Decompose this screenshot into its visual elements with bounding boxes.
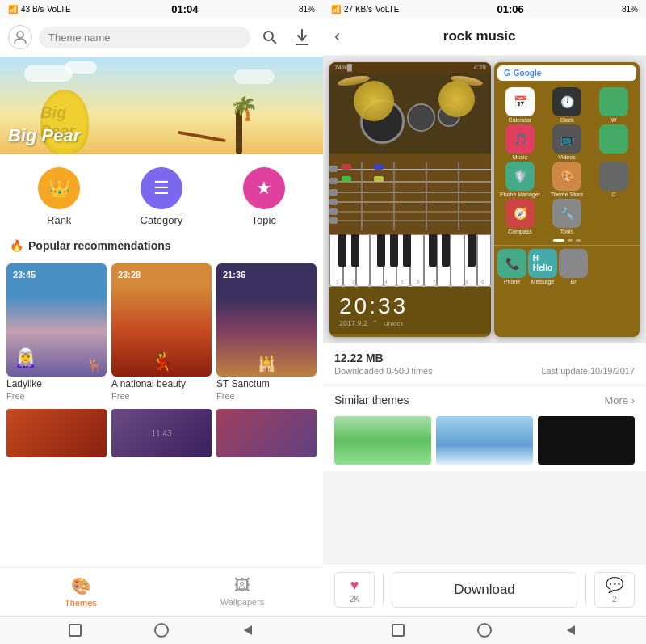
clock-time: 20:33 (339, 293, 481, 319)
right-header: ‹ rock music (323, 18, 646, 56)
divider-2 (585, 574, 586, 606)
nav-themes[interactable]: 🎨 Themes (0, 571, 162, 612)
network-right: VoLTE (375, 5, 399, 14)
like-button[interactable]: ♥ 2K (334, 572, 375, 608)
theme-card-national[interactable]: 23:28 💃 A national beauty Free (111, 263, 212, 401)
dark-thumb-content (538, 416, 635, 465)
right-panel: 📶 27 KB/s VoLTE 01:06 81% ‹ rock music 7… (323, 0, 646, 644)
small-themes-row: 11:43 (0, 406, 323, 461)
category-topic[interactable]: ★ Topic (243, 167, 285, 226)
wallpapers-nav-label: Wallpapers (220, 597, 265, 607)
download-button[interactable]: Download (392, 572, 577, 608)
banner[interactable]: 🌴 Big Pear Big Pear (0, 57, 323, 154)
small-theme-3[interactable] (216, 409, 317, 457)
themes-icon: 🎨 (71, 576, 91, 596)
key-label-3: 3 (362, 280, 378, 284)
nav-wallpapers[interactable]: 🖼 Wallpapers (162, 571, 323, 612)
right-status-left: 📶 27 KB/s VoLTE (331, 5, 399, 14)
square-button-left[interactable] (66, 621, 84, 639)
clock-date: 2017.9.2 (339, 319, 367, 327)
triangle-icon-right (567, 625, 575, 635)
saree-character: 💃 (151, 351, 173, 373)
large-cymbal-1 (354, 81, 394, 121)
svg-line-2 (272, 40, 276, 44)
download-icon-button[interactable] (289, 24, 315, 50)
system-bar-right (323, 616, 646, 644)
small-theme-2[interactable]: 11:43 (111, 409, 212, 457)
time-badge-sanctum: 21:36 (223, 270, 245, 280)
phone-label: Phone (504, 279, 520, 284)
back-button[interactable]: ‹ (334, 26, 340, 47)
app-c-icon (599, 162, 628, 191)
back-button-right[interactable] (562, 621, 580, 639)
left-panel: 📶 43 B/s VoLTE 01:04 81% (0, 0, 323, 644)
clock-label: Clock (560, 117, 574, 123)
app-icons-grid: 📅 Calendar 🕐 Clock W 🎵 Music 📺 Vi (494, 84, 640, 238)
category-rank[interactable]: 👑 Rank (38, 167, 80, 226)
search-input-container[interactable] (39, 27, 250, 48)
preview-secondary: G Google 📅 Calendar 🕐 Clock W 🎵 (494, 62, 640, 337)
compass-icon: 🧭 (505, 199, 535, 228)
guitar-strings-svg (329, 154, 491, 234)
theme-card-ladylike[interactable]: 23:45 🧝‍♀️ 🦌 Ladylike Free (6, 263, 107, 401)
preview-time-small: 4:28 (473, 64, 486, 71)
app-placeholder (591, 124, 636, 160)
download-count: Downloaded 0-500 times (334, 366, 433, 376)
themes-nav-label: Themes (65, 598, 97, 608)
deer-icon: 🦌 (86, 357, 103, 373)
theme-card-sanctum[interactable]: 21:36 🕌 ST Sanctum Free (216, 263, 317, 401)
home-button-right[interactable] (476, 621, 493, 639)
theme-info: 12.22 MB Downloaded 0-500 times Last upd… (323, 343, 646, 384)
categories-row: 👑 Rank ☰ Category ★ Topic (0, 154, 323, 233)
home-button-left[interactable] (153, 621, 170, 639)
search-bar (0, 18, 323, 57)
cloud-3 (234, 69, 275, 84)
preview-main: 74%▓ 4:28 (329, 62, 491, 337)
search-input[interactable] (48, 32, 241, 44)
hello-text: HHello (533, 254, 552, 273)
dock-message: HHello Message (528, 249, 557, 284)
app-c-label: C (611, 192, 615, 197)
white-keys: 1 2 3 4 5 6 7 8 9 0 (329, 234, 491, 287)
similar-label: Similar themes (334, 394, 409, 406)
app-music: 🎵 Music (497, 124, 543, 160)
app-calendar: 📅 Calendar (497, 87, 543, 123)
key-label-4: 4 (378, 280, 394, 284)
svg-point-0 (17, 32, 23, 38)
unlock-text: Unlock (384, 320, 403, 327)
app-empty (591, 199, 636, 234)
battery-right: 81% (622, 5, 638, 14)
svg-rect-21 (342, 176, 351, 182)
sky-thumb-content (436, 416, 533, 465)
search-icon-button[interactable] (257, 24, 283, 50)
clock-app-icon: 🕐 (552, 87, 581, 116)
heart-icon: ♥ (350, 577, 359, 594)
speed-right: 27 KB/s (344, 5, 372, 14)
small-theme-1[interactable] (6, 409, 107, 457)
theme-price-ladylike: Free (6, 391, 107, 401)
signal-strength-left: 📶 (8, 5, 18, 14)
back-button-left[interactable] (239, 621, 257, 639)
clock-date-row: 2017.9.2 ⌃ Unlock (339, 319, 481, 327)
app-videos: 📺 Videos (544, 124, 589, 160)
black-key-3 (377, 234, 385, 267)
similar-thumb-nature[interactable] (334, 416, 431, 465)
svg-rect-20 (342, 164, 351, 170)
avatar-icon[interactable] (8, 25, 32, 49)
banner-content: 🌴 Big Pear Big Pear (0, 57, 323, 154)
message-icon: HHello (528, 249, 557, 278)
app-6-icon (599, 124, 628, 154)
rank-label: Rank (47, 214, 71, 226)
key-label-2: 2 (346, 280, 362, 284)
time-badge-national: 23:28 (118, 270, 141, 280)
category-category[interactable]: ☰ Category (141, 167, 183, 226)
more-link[interactable]: More › (604, 394, 635, 406)
svg-point-1 (264, 32, 273, 40)
chevron-right-icon: › (631, 394, 635, 406)
dot-inactive (568, 239, 573, 242)
similar-thumb-sky[interactable] (436, 416, 533, 465)
comment-button[interactable]: 💬 2 (594, 572, 635, 608)
similar-thumb-dark[interactable] (538, 416, 635, 465)
square-button-right[interactable] (389, 621, 407, 639)
last-update: Last update 10/19/2017 (541, 366, 635, 376)
